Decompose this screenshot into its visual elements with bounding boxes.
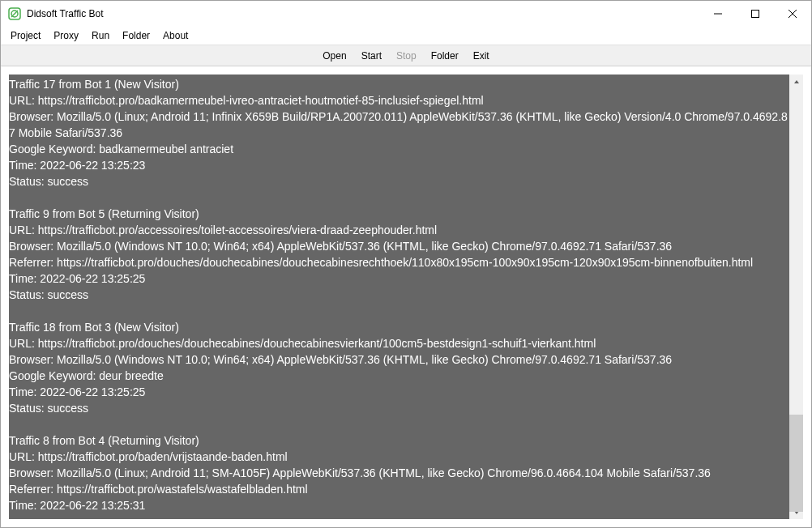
minimize-button[interactable] [699, 1, 737, 27]
content-area: Traffic 17 from Bot 1 (New Visitor) URL:… [1, 66, 811, 527]
toolbar: Open Start Stop Folder Exit [1, 45, 811, 66]
title-bar: Didsoft Traffic Bot [1, 1, 811, 27]
window-controls [699, 1, 811, 27]
scroll-up-button[interactable] [789, 75, 803, 88]
menu-proxy[interactable]: Proxy [47, 28, 85, 43]
start-button[interactable]: Start [356, 49, 387, 63]
folder-button[interactable]: Folder [425, 49, 464, 63]
log-text: Traffic 17 from Bot 1 (New Visitor) URL:… [9, 76, 789, 513]
close-button[interactable] [774, 1, 811, 27]
log-panel[interactable]: Traffic 17 from Bot 1 (New Visitor) URL:… [9, 75, 789, 519]
menu-about[interactable]: About [156, 28, 194, 43]
menu-bar: Project Proxy Run Folder About [1, 27, 811, 45]
vertical-scrollbar[interactable] [789, 75, 803, 519]
menu-folder[interactable]: Folder [116, 28, 156, 43]
scroll-thumb[interactable] [789, 415, 803, 512]
app-window: Didsoft Traffic Bot Project Proxy Run Fo… [0, 0, 812, 528]
menu-project[interactable]: Project [4, 28, 47, 43]
exit-button[interactable]: Exit [468, 49, 495, 63]
app-icon [8, 7, 21, 20]
open-button[interactable]: Open [317, 49, 352, 63]
window-title: Didsoft Traffic Bot [27, 8, 699, 19]
maximize-button[interactable] [737, 1, 774, 27]
menu-run[interactable]: Run [85, 28, 116, 43]
stop-button: Stop [391, 49, 422, 63]
svg-rect-4 [752, 11, 759, 18]
scroll-track[interactable] [789, 88, 803, 505]
